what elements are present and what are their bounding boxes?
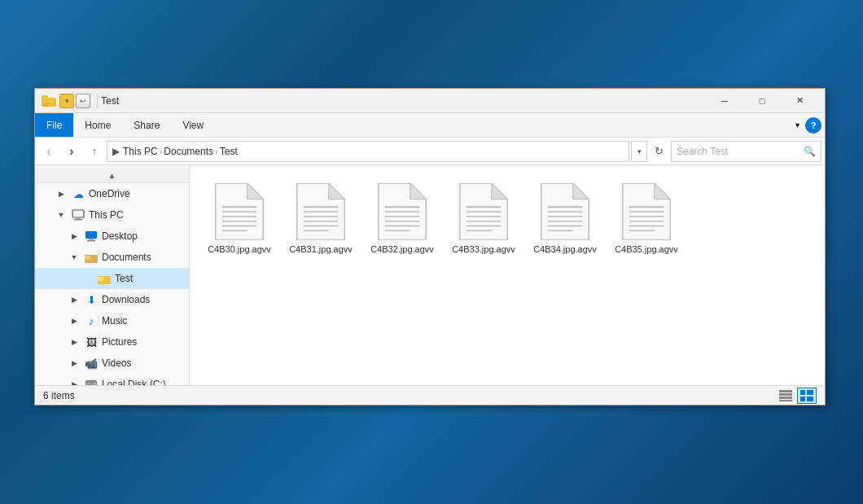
details-view-icon [779,390,792,401]
address-bar-controls: ▾ ↻ [631,141,669,162]
test-icon [97,271,112,286]
scroll-up-button[interactable]: ▲ [35,169,189,183]
sidebar-item-onedrive[interactable]: ▶ ☁ OneDrive [35,183,189,204]
large-icons-view-button[interactable] [797,388,817,404]
sidebar-item-music[interactable]: ▶ ♪ Music [35,310,189,331]
sidebar-item-test[interactable]: Test [35,268,189,289]
sidebar: ▲ ▶ ☁ OneDrive ▼ This PC [35,165,190,385]
sidebar-item-pictures[interactable]: ▶ 🖼 Pictures [35,331,189,353]
details-view-button[interactable] [776,388,795,404]
address-sep-1: › [160,147,163,156]
refresh-button[interactable]: ↻ [648,141,669,162]
large-icons-view-icon [800,390,813,401]
thispc-toggle: ▼ [55,208,68,221]
back-icon: ‹ [46,144,50,159]
menu-home[interactable]: Home [73,113,122,137]
help-button[interactable]: ? [805,117,821,134]
file-icon [215,183,264,240]
search-icon[interactable]: 🔍 [804,146,816,157]
desktop-label: Desktop [102,230,182,242]
content-area: C4B30.jpg.agvv C4B31.jpg.agvv C4B32.jpg.… [190,165,825,385]
main-area: ▲ ▶ ☁ OneDrive ▼ This PC [35,165,825,385]
menu-file[interactable]: File [35,113,73,137]
music-icon: ♪ [84,313,99,328]
svg-rect-0 [72,210,84,217]
music-toggle: ▶ [68,314,81,327]
svg-rect-3 [85,231,97,239]
pictures-icon: 🖼 [84,335,99,349]
svg-rect-64 [779,393,792,396]
documents-label: Documents [102,252,182,263]
thispc-label: This PC [89,209,182,221]
search-box[interactable]: Search Test 🔍 [671,141,821,162]
minimize-button[interactable]: ─ [706,89,743,113]
svg-rect-13 [86,383,91,384]
title-divider [97,94,98,108]
file-name: C4B33.jpg.agvv [452,243,515,255]
file-item[interactable]: C4B32.jpg.agvv [366,178,439,260]
onedrive-label: OneDrive [89,188,182,199]
menu-share[interactable]: Share [122,113,171,137]
music-label: Music [102,315,182,327]
menu-expand-button[interactable]: ▾ [789,117,805,134]
forward-button[interactable]: › [61,141,82,162]
svg-marker-16 [248,183,263,199]
sidebar-item-local-disk[interactable]: ▶ Local Disk (C:) [35,374,189,385]
file-icon [378,183,427,240]
sidebar-item-videos[interactable]: ▶ 📹 Videos [35,353,189,374]
nav-bar: ‹ › ↑ ▶ This PC › Documents › Test ▾ ↻ S… [35,138,825,165]
svg-rect-70 [807,397,813,401]
file-item[interactable]: C4B34.jpg.agvv [528,178,602,260]
svg-marker-40 [492,183,507,199]
desktop-toggle: ▶ [68,230,81,243]
address-sep-2: › [215,147,218,156]
menu-view[interactable]: View [171,113,215,137]
svg-rect-65 [779,397,792,399]
sidebar-item-this-pc[interactable]: ▼ This PC [35,204,189,226]
close-button[interactable]: ✕ [781,89,818,113]
quick-access-buttons: ▾ ↩ [59,94,90,108]
videos-icon: 📹 [84,356,99,370]
file-item[interactable]: C4B35.jpg.agvv [610,178,683,260]
svg-rect-4 [89,239,94,240]
downloads-label: Downloads [102,294,182,305]
pictures-toggle: ▶ [68,335,81,348]
address-this-pc: This PC [123,146,158,157]
svg-rect-1 [76,217,81,219]
desktop-icon [84,229,99,243]
svg-marker-32 [410,183,426,199]
file-name: C4B32.jpg.agvv [370,243,434,255]
onedrive-icon: ☁ [71,186,85,201]
title-bar: ▾ ↩ Test ─ □ ✕ [35,89,825,113]
menu-bar: File Home Share View ▾ ? [35,113,825,138]
address-icon: ▶ [112,146,120,157]
quick-access-btn-2[interactable]: ↩ [76,94,90,108]
sidebar-item-documents[interactable]: ▼ Documents [35,247,189,268]
svg-rect-67 [800,390,805,395]
svg-rect-5 [87,240,95,242]
address-test: Test [220,146,238,157]
svg-rect-66 [779,400,792,401]
forward-icon: › [69,144,73,159]
file-item[interactable]: C4B30.jpg.agvv [203,178,276,260]
svg-rect-63 [779,390,792,392]
svg-rect-69 [800,397,805,401]
file-item[interactable]: C4B31.jpg.agvv [284,178,357,260]
back-button[interactable]: ‹ [38,141,59,162]
file-item[interactable]: C4B33.jpg.agvv [447,178,520,260]
maximize-button[interactable]: □ [743,89,781,113]
thispc-icon [71,208,85,222]
svg-marker-56 [655,183,670,199]
sidebar-item-desktop[interactable]: ▶ Desktop [35,226,189,247]
file-icon [541,183,589,240]
documents-toggle: ▼ [68,251,81,264]
address-dropdown-button[interactable]: ▾ [631,141,647,162]
sidebar-item-downloads[interactable]: ▶ ⬇ Downloads [35,289,189,310]
menu-right: ▾ ? [789,117,825,134]
items-count: 6 items [43,390,75,401]
up-button[interactable]: ↑ [84,141,105,162]
search-placeholder: Search Test [677,146,804,157]
address-bar[interactable]: ▶ This PC › Documents › Test [107,141,629,162]
quick-access-btn-1[interactable]: ▾ [59,94,74,108]
refresh-icon: ↻ [655,145,664,157]
